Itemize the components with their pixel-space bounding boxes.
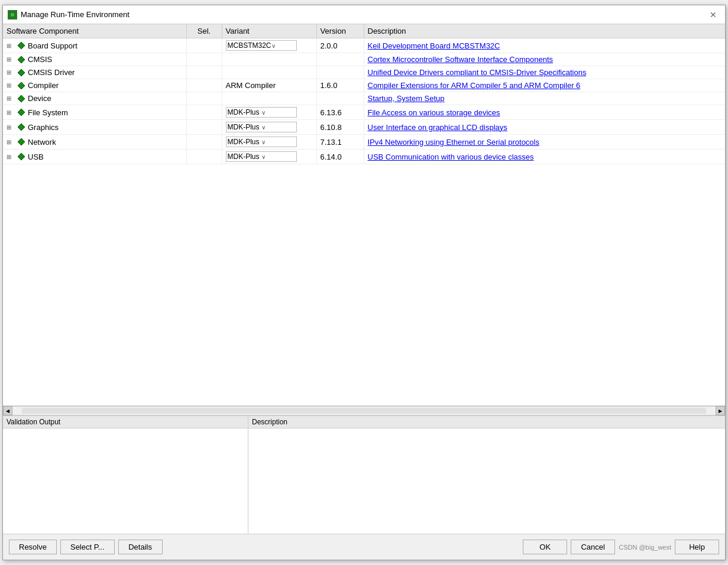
col-header-software-component: Software Component	[3, 24, 186, 38]
validation-panel-content	[3, 428, 248, 534]
sel-cell	[186, 66, 222, 79]
scroll-right-button[interactable]: ▶	[716, 406, 725, 415]
expand-icon[interactable]: ⊞	[7, 154, 15, 160]
component-name-cell: ⊞CMSIS	[3, 53, 186, 66]
component-diamond-icon	[17, 108, 25, 116]
svg-marker-8	[18, 124, 25, 131]
component-name-cell: ⊞Device	[3, 92, 186, 105]
scroll-left-button[interactable]: ◀	[3, 406, 12, 415]
component-label: USB	[28, 152, 44, 161]
expand-icon[interactable]: ⊞	[7, 69, 15, 76]
description-cell: Cortex Microcontroller Software Interfac…	[364, 53, 725, 66]
expand-icon[interactable]: ⊞	[7, 139, 15, 145]
col-header-sel: Sel.	[186, 24, 222, 38]
description-link[interactable]: Compiler Extensions for ARM Compiler 5 a…	[368, 81, 581, 90]
variant-cell: MDK-Plus∨	[222, 105, 316, 120]
component-label: Graphics	[28, 123, 59, 132]
svg-marker-4	[18, 69, 25, 76]
help-button[interactable]: Help	[675, 540, 719, 554]
close-button[interactable]: ✕	[706, 8, 720, 22]
description-link[interactable]: IPv4 Networking using Ethernet or Serial…	[368, 138, 539, 147]
table-area[interactable]: Software Component Sel. Variant Version …	[3, 24, 725, 406]
expand-icon[interactable]: ⊞	[7, 109, 15, 116]
variant-select[interactable]: MCBSTM32C∨	[226, 40, 297, 51]
svg-marker-9	[18, 138, 25, 145]
description-cell: USB Communication with various device cl…	[364, 150, 725, 164]
table-row: ⊞CompilerARM Compiler1.6.0Compiler Exten…	[3, 79, 725, 92]
variant-value: MDK-Plus	[228, 123, 261, 131]
svg-marker-5	[18, 82, 25, 89]
expand-icon[interactable]: ⊞	[7, 56, 15, 63]
component-diamond-icon	[17, 69, 25, 77]
expand-icon[interactable]: ⊞	[7, 43, 15, 49]
expand-icon[interactable]: ⊞	[7, 95, 15, 102]
variant-cell	[222, 53, 316, 66]
expand-icon[interactable]: ⊞	[7, 124, 15, 131]
version-cell: 7.13.1	[316, 135, 364, 150]
svg-marker-6	[18, 95, 25, 102]
table-header-row: Software Component Sel. Variant Version …	[3, 24, 725, 38]
table-row: ⊞NetworkMDK-Plus∨7.13.1IPv4 Networking u…	[3, 135, 725, 150]
component-diamond-icon	[17, 123, 25, 131]
variant-value: MDK-Plus	[228, 152, 261, 161]
description-panel: Description	[248, 416, 725, 534]
variant-select[interactable]: MDK-Plus∨	[226, 107, 297, 118]
component-name-cell: ⊞File System	[3, 105, 186, 120]
variant-text: ARM Compiler	[226, 81, 276, 90]
description-link[interactable]: Unified Device Drivers compliant to CMSI…	[368, 68, 587, 77]
component-name-cell: ⊞Network	[3, 135, 186, 150]
description-link[interactable]: File Access on various storage devices	[368, 108, 500, 117]
variant-select[interactable]: MDK-Plus∨	[226, 122, 297, 132]
watermark: CSDN @big_west	[619, 544, 671, 551]
sel-cell	[186, 38, 222, 53]
svg-marker-3	[18, 56, 25, 63]
description-link[interactable]: USB Communication with various device cl…	[368, 152, 534, 161]
description-link[interactable]: User Interface on graphical LCD displays	[368, 123, 507, 132]
variant-select[interactable]: MDK-Plus∨	[226, 151, 297, 162]
component-diamond-icon	[17, 82, 25, 90]
variant-value: MDK-Plus	[228, 108, 261, 116]
svg-marker-2	[18, 42, 25, 49]
component-label: Network	[28, 138, 56, 147]
description-link[interactable]: Keil Development Board MCBSTM32C	[368, 41, 500, 50]
app-icon	[8, 10, 17, 20]
sel-cell	[186, 92, 222, 105]
dropdown-arrow-icon: ∨	[261, 124, 295, 131]
variant-cell	[222, 92, 316, 105]
resolve-button[interactable]: Resolve	[9, 540, 57, 554]
version-cell: 1.6.0	[316, 79, 364, 92]
version-cell: 6.10.8	[316, 120, 364, 135]
component-name-cell: ⊞CMSIS Driver	[3, 66, 186, 79]
component-label: Compiler	[28, 81, 59, 90]
footer-right: OK Cancel CSDN @big_west Help	[523, 540, 719, 554]
details-button[interactable]: Details	[118, 540, 163, 554]
variant-cell: ARM Compiler	[222, 79, 316, 92]
scroll-track[interactable]	[22, 408, 706, 414]
description-panel-header: Description	[248, 416, 725, 428]
svg-marker-10	[18, 153, 25, 160]
table-row: ⊞CMSISCortex Microcontroller Software In…	[3, 53, 725, 66]
sel-cell	[186, 135, 222, 150]
cancel-button[interactable]: Cancel	[571, 540, 615, 554]
title-bar-left: Manage Run-Time Environment	[8, 10, 130, 20]
title-bar: Manage Run-Time Environment ✕	[3, 5, 725, 24]
dropdown-arrow-icon: ∨	[271, 43, 295, 49]
horizontal-scrollbar[interactable]: ◀ ▶	[3, 406, 725, 415]
dropdown-arrow-icon: ∨	[261, 154, 295, 160]
expand-icon[interactable]: ⊞	[7, 82, 15, 89]
variant-value: MCBSTM32C	[228, 41, 271, 50]
variant-select[interactable]: MDK-Plus∨	[226, 137, 297, 147]
description-link[interactable]: Startup, System Setup	[368, 94, 445, 103]
svg-marker-7	[18, 109, 25, 116]
variant-value: MDK-Plus	[228, 138, 261, 146]
bottom-panels: Validation Output Description	[3, 415, 725, 534]
component-label: Device	[28, 94, 51, 103]
main-content: Software Component Sel. Variant Version …	[3, 24, 725, 560]
sel-cell	[186, 79, 222, 92]
validation-panel: Validation Output	[3, 416, 248, 534]
select-p-button[interactable]: Select P...	[60, 540, 115, 554]
version-cell: 2.0.0	[316, 38, 364, 53]
ok-button[interactable]: OK	[523, 540, 567, 554]
description-link[interactable]: Cortex Microcontroller Software Interfac…	[368, 55, 554, 64]
table-row: ⊞USBMDK-Plus∨6.14.0USB Communication wit…	[3, 150, 725, 164]
